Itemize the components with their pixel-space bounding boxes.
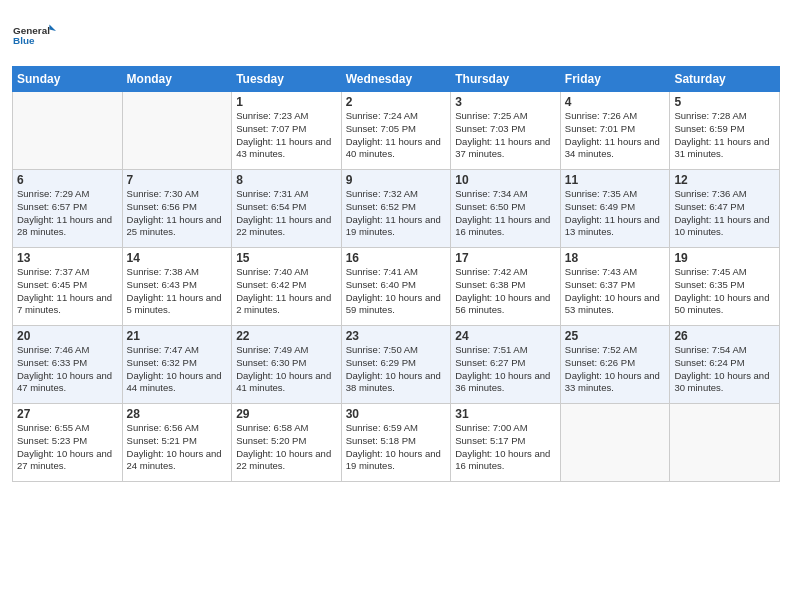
day-number: 7 [127,173,228,187]
day-number: 21 [127,329,228,343]
day-number: 31 [455,407,556,421]
calendar-cell: 23Sunrise: 7:50 AM Sunset: 6:29 PM Dayli… [341,326,451,404]
day-info: Sunrise: 7:23 AM Sunset: 7:07 PM Dayligh… [236,110,337,161]
weekday-header-tuesday: Tuesday [232,67,342,92]
calendar-cell: 16Sunrise: 7:41 AM Sunset: 6:40 PM Dayli… [341,248,451,326]
day-number: 12 [674,173,775,187]
day-info: Sunrise: 7:26 AM Sunset: 7:01 PM Dayligh… [565,110,666,161]
day-number: 28 [127,407,228,421]
day-number: 13 [17,251,118,265]
day-number: 18 [565,251,666,265]
day-number: 24 [455,329,556,343]
day-number: 23 [346,329,447,343]
day-info: Sunrise: 7:50 AM Sunset: 6:29 PM Dayligh… [346,344,447,395]
svg-text:General: General [13,25,50,36]
calendar-cell [122,92,232,170]
day-number: 4 [565,95,666,109]
calendar-cell [13,92,123,170]
day-number: 1 [236,95,337,109]
day-number: 8 [236,173,337,187]
day-info: Sunrise: 7:25 AM Sunset: 7:03 PM Dayligh… [455,110,556,161]
day-info: Sunrise: 7:49 AM Sunset: 6:30 PM Dayligh… [236,344,337,395]
day-info: Sunrise: 7:29 AM Sunset: 6:57 PM Dayligh… [17,188,118,239]
day-number: 30 [346,407,447,421]
day-number: 6 [17,173,118,187]
calendar-table: SundayMondayTuesdayWednesdayThursdayFrid… [12,66,780,482]
logo: General Blue [12,14,56,58]
day-info: Sunrise: 7:28 AM Sunset: 6:59 PM Dayligh… [674,110,775,161]
calendar-cell: 19Sunrise: 7:45 AM Sunset: 6:35 PM Dayli… [670,248,780,326]
calendar-cell: 8Sunrise: 7:31 AM Sunset: 6:54 PM Daylig… [232,170,342,248]
day-info: Sunrise: 7:42 AM Sunset: 6:38 PM Dayligh… [455,266,556,317]
day-info: Sunrise: 7:37 AM Sunset: 6:45 PM Dayligh… [17,266,118,317]
day-info: Sunrise: 7:38 AM Sunset: 6:43 PM Dayligh… [127,266,228,317]
day-number: 20 [17,329,118,343]
day-info: Sunrise: 7:46 AM Sunset: 6:33 PM Dayligh… [17,344,118,395]
day-info: Sunrise: 7:30 AM Sunset: 6:56 PM Dayligh… [127,188,228,239]
day-info: Sunrise: 7:54 AM Sunset: 6:24 PM Dayligh… [674,344,775,395]
svg-marker-2 [49,24,56,31]
day-number: 26 [674,329,775,343]
calendar-cell: 31Sunrise: 7:00 AM Sunset: 5:17 PM Dayli… [451,404,561,482]
day-number: 5 [674,95,775,109]
day-number: 27 [17,407,118,421]
calendar-cell: 18Sunrise: 7:43 AM Sunset: 6:37 PM Dayli… [560,248,670,326]
calendar-cell: 29Sunrise: 6:58 AM Sunset: 5:20 PM Dayli… [232,404,342,482]
calendar-cell: 10Sunrise: 7:34 AM Sunset: 6:50 PM Dayli… [451,170,561,248]
calendar-cell: 6Sunrise: 7:29 AM Sunset: 6:57 PM Daylig… [13,170,123,248]
calendar-cell: 11Sunrise: 7:35 AM Sunset: 6:49 PM Dayli… [560,170,670,248]
day-info: Sunrise: 7:32 AM Sunset: 6:52 PM Dayligh… [346,188,447,239]
calendar-cell: 17Sunrise: 7:42 AM Sunset: 6:38 PM Dayli… [451,248,561,326]
day-info: Sunrise: 7:45 AM Sunset: 6:35 PM Dayligh… [674,266,775,317]
calendar-cell: 13Sunrise: 7:37 AM Sunset: 6:45 PM Dayli… [13,248,123,326]
weekday-header-monday: Monday [122,67,232,92]
calendar-cell: 1Sunrise: 7:23 AM Sunset: 7:07 PM Daylig… [232,92,342,170]
calendar-cell: 12Sunrise: 7:36 AM Sunset: 6:47 PM Dayli… [670,170,780,248]
calendar-cell: 2Sunrise: 7:24 AM Sunset: 7:05 PM Daylig… [341,92,451,170]
day-number: 9 [346,173,447,187]
day-number: 29 [236,407,337,421]
day-number: 17 [455,251,556,265]
day-number: 16 [346,251,447,265]
day-number: 3 [455,95,556,109]
day-info: Sunrise: 6:55 AM Sunset: 5:23 PM Dayligh… [17,422,118,473]
day-info: Sunrise: 7:34 AM Sunset: 6:50 PM Dayligh… [455,188,556,239]
day-info: Sunrise: 6:59 AM Sunset: 5:18 PM Dayligh… [346,422,447,473]
day-number: 11 [565,173,666,187]
calendar-cell: 24Sunrise: 7:51 AM Sunset: 6:27 PM Dayli… [451,326,561,404]
day-info: Sunrise: 7:51 AM Sunset: 6:27 PM Dayligh… [455,344,556,395]
calendar-cell: 30Sunrise: 6:59 AM Sunset: 5:18 PM Dayli… [341,404,451,482]
weekday-header-thursday: Thursday [451,67,561,92]
calendar-cell: 22Sunrise: 7:49 AM Sunset: 6:30 PM Dayli… [232,326,342,404]
calendar-cell: 20Sunrise: 7:46 AM Sunset: 6:33 PM Dayli… [13,326,123,404]
day-info: Sunrise: 7:00 AM Sunset: 5:17 PM Dayligh… [455,422,556,473]
day-number: 2 [346,95,447,109]
day-info: Sunrise: 6:58 AM Sunset: 5:20 PM Dayligh… [236,422,337,473]
calendar-cell: 15Sunrise: 7:40 AM Sunset: 6:42 PM Dayli… [232,248,342,326]
day-info: Sunrise: 7:24 AM Sunset: 7:05 PM Dayligh… [346,110,447,161]
calendar-cell: 25Sunrise: 7:52 AM Sunset: 6:26 PM Dayli… [560,326,670,404]
calendar-cell: 3Sunrise: 7:25 AM Sunset: 7:03 PM Daylig… [451,92,561,170]
weekday-header-wednesday: Wednesday [341,67,451,92]
weekday-header-sunday: Sunday [13,67,123,92]
day-info: Sunrise: 7:36 AM Sunset: 6:47 PM Dayligh… [674,188,775,239]
day-number: 19 [674,251,775,265]
calendar-cell: 21Sunrise: 7:47 AM Sunset: 6:32 PM Dayli… [122,326,232,404]
day-info: Sunrise: 7:47 AM Sunset: 6:32 PM Dayligh… [127,344,228,395]
calendar-cell [670,404,780,482]
weekday-header-friday: Friday [560,67,670,92]
day-info: Sunrise: 7:52 AM Sunset: 6:26 PM Dayligh… [565,344,666,395]
svg-text:Blue: Blue [13,35,35,46]
calendar-cell: 14Sunrise: 7:38 AM Sunset: 6:43 PM Dayli… [122,248,232,326]
day-number: 15 [236,251,337,265]
calendar-cell: 28Sunrise: 6:56 AM Sunset: 5:21 PM Dayli… [122,404,232,482]
calendar-cell: 9Sunrise: 7:32 AM Sunset: 6:52 PM Daylig… [341,170,451,248]
day-number: 10 [455,173,556,187]
calendar-cell: 5Sunrise: 7:28 AM Sunset: 6:59 PM Daylig… [670,92,780,170]
calendar-cell: 7Sunrise: 7:30 AM Sunset: 6:56 PM Daylig… [122,170,232,248]
day-number: 22 [236,329,337,343]
day-info: Sunrise: 7:40 AM Sunset: 6:42 PM Dayligh… [236,266,337,317]
day-number: 25 [565,329,666,343]
weekday-header-saturday: Saturday [670,67,780,92]
day-info: Sunrise: 7:41 AM Sunset: 6:40 PM Dayligh… [346,266,447,317]
